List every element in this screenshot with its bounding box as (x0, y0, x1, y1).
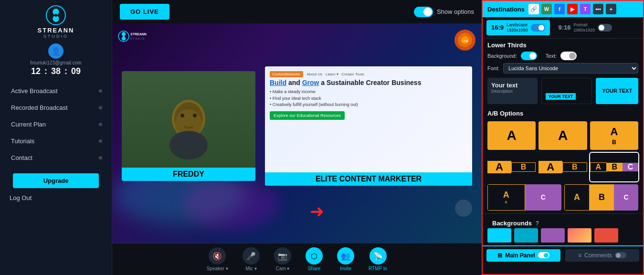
lt-font-label: Font: (487, 65, 499, 71)
destinations-label: Destinations (487, 6, 525, 13)
dest-icon-dots[interactable]: ••• (593, 4, 603, 14)
logo-text: STREANN (38, 27, 74, 34)
portrait-ratio: 9:16 (559, 24, 571, 31)
dest-icon-add[interactable]: + (606, 4, 616, 14)
dest-icon-youtube[interactable]: ▶ (567, 4, 578, 14)
bg-swatch-3[interactable] (541, 228, 565, 243)
nav-dot (99, 106, 102, 109)
show-options-toggle[interactable] (414, 7, 433, 17)
time-mm: 38 (51, 66, 61, 76)
bg-swatch-1[interactable] (487, 228, 511, 243)
ab-option-a-b-small[interactable]: AB (590, 121, 638, 150)
panel-tabs: ⊞ Main Panel ≡ Comments (483, 245, 643, 264)
nav-dot (99, 123, 102, 126)
sidebar-item-active-broadcast[interactable]: Active Broadcast (0, 83, 112, 99)
resolution-row: 16:9 Landscape 1920x1080 9:16 Portrait 1… (483, 17, 643, 39)
lt-bg-row: Background: Text: (483, 50, 643, 62)
sidebar-item-recorded-broadcast[interactable]: Recorded Broadcast (0, 99, 112, 116)
ab-option-three-col[interactable]: A B C (590, 153, 638, 181)
content-sub: • Make a steady income • Find your ideal… (270, 89, 467, 108)
time-ss: 09 (71, 66, 81, 76)
landscape-label: Landscape (507, 22, 528, 28)
red-arrow-icon: ➜ (310, 201, 324, 222)
comments-label: Comments (584, 252, 612, 259)
lt-text-label: Text: (546, 53, 557, 59)
main-panel-toggle[interactable] (538, 252, 549, 258)
ab-option-a-only[interactable]: A (487, 121, 536, 150)
dest-icon-facebook[interactable]: f (554, 4, 565, 14)
ab-option-split-v-1[interactable]: A B (487, 153, 536, 181)
bg-swatch-4[interactable] (568, 228, 591, 243)
video-container: STREANN STUDIO LIVE (112, 23, 482, 243)
mic-label: Mic ▾ (245, 266, 256, 271)
bottom-toolbar: 🔇 Speaker ▾ 🎤 Mic ▾ 📷 Cam ▾ ⬡ Share 👥 In… (112, 243, 482, 275)
cta-button[interactable]: Explore our Educational Resources (270, 111, 345, 120)
dest-icon-link[interactable]: 🔗 (528, 4, 539, 14)
mic-button[interactable]: 🎤 Mic ▾ (243, 247, 260, 271)
ab-options-title: A/B Options (483, 107, 643, 118)
lt-preview1-title: Your text (491, 82, 534, 89)
font-select[interactable]: Lucida Sans Unicode (503, 63, 638, 74)
sidebar-item-contact[interactable]: Contact (0, 149, 112, 166)
speaker-right: ContentMarketer About Us Learn ▾ Creator… (265, 66, 472, 186)
portrait-toggle[interactable] (598, 24, 612, 32)
landscape-toggle[interactable] (531, 24, 545, 32)
sidebar-item-current-plan[interactable]: Current Plan (0, 116, 112, 133)
sidebar-item-tutorials[interactable]: Tutorials (0, 133, 112, 149)
ab-option-split-v-2[interactable]: A B (538, 153, 587, 181)
share-icon: ⬡ (306, 247, 323, 264)
ab-options-section: A/B Options A A AB A B A B A B C (483, 107, 643, 213)
portrait-res: 1080x1920 (574, 28, 595, 33)
landscape-ratio: 16:9 (491, 24, 504, 31)
speaker-button[interactable]: 🔇 Speaker ▾ (207, 247, 228, 271)
grid-icon: ⊞ (497, 252, 502, 259)
user-section: 👤 fmuriuki123@gmail.com 12 : 38 : 09 (30, 43, 81, 76)
ab-wide-abc[interactable]: A B C (487, 184, 561, 211)
share-label: Share (308, 266, 321, 271)
lt-previews: Your text Description YOUR TEXT YOUR TEX… (483, 75, 643, 107)
go-live-button[interactable]: GO LIVE (120, 4, 169, 20)
invite-label: Invite (340, 266, 351, 271)
resolution-portrait[interactable]: 9:16 Portrait 1080x1920 (554, 20, 617, 35)
cam-icon: 📷 (274, 247, 291, 264)
svg-point-1 (54, 14, 57, 17)
backgrounds-section: Backgrounds ? (483, 213, 643, 245)
show-options-label: Show options (437, 8, 474, 15)
ab-option-a-solid2[interactable]: A (538, 121, 587, 150)
dest-icon-w[interactable]: W (541, 4, 552, 14)
speaker-label: Speaker ▾ (207, 266, 228, 271)
avatar: 👤 (48, 43, 63, 59)
portrait-label: Portrait (574, 22, 595, 28)
lt-preview1-desc: Description (491, 89, 534, 94)
resolution-landscape[interactable]: 16:9 Landscape 1920x1080 (486, 20, 550, 35)
rtmp-icon: 📡 (370, 247, 387, 264)
streann-logo-icon (45, 5, 66, 26)
user-email: fmuriuki123@gmail.com (30, 60, 81, 65)
video-speakers: FREDDY ContentMarketer About Us Learn ▾ … (112, 23, 482, 243)
lt-preview-3[interactable]: YOUR TEXT (596, 78, 638, 104)
lt-preview-2[interactable]: YOUR TEXT (541, 78, 592, 104)
logout-button[interactable]: Log Out (0, 192, 112, 204)
speaker-face (122, 71, 255, 181)
show-options-control: Show options (414, 7, 474, 17)
bg-swatch-2[interactable] (514, 228, 538, 243)
rtmp-button[interactable]: 📡 RTMP In (369, 247, 387, 271)
logo-sub: STUDIO (43, 34, 68, 39)
logo-area: STREANN STUDIO (38, 5, 74, 39)
dest-icon-twitch[interactable]: T (580, 4, 591, 14)
tab-main-panel[interactable]: ⊞ Main Panel (486, 249, 560, 262)
lt-preview-1[interactable]: Your text Description (487, 78, 538, 104)
upgrade-button[interactable]: Upgrade (13, 173, 99, 188)
svg-point-14 (169, 131, 208, 159)
ab-wide-abc2[interactable]: A B C (564, 184, 638, 211)
comments-toggle[interactable] (615, 252, 626, 258)
lt-text-toggle[interactable] (560, 52, 577, 60)
cam-button[interactable]: 📷 Cam ▾ (274, 247, 291, 271)
bg-swatch-5[interactable] (594, 228, 618, 243)
invite-button[interactable]: 👥 Invite (337, 247, 354, 271)
tab-comments[interactable]: ≡ Comments (565, 249, 639, 262)
svg-point-13 (193, 114, 197, 117)
lt-bg-toggle[interactable] (521, 52, 537, 60)
lt-preview3-text: YOUR TEXT (602, 88, 632, 94)
share-button[interactable]: ⬡ Share (306, 247, 323, 271)
